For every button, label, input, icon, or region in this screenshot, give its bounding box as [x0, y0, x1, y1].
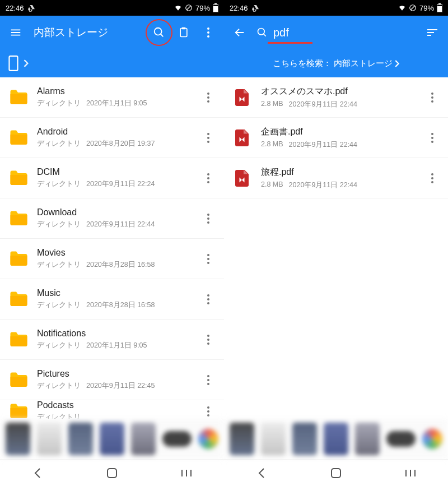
battery-icon: [213, 3, 218, 12]
hamburger-icon: [10, 26, 22, 39]
pdf-icon: [232, 168, 252, 188]
item-overflow-button[interactable]: [424, 133, 440, 143]
folder-icon: [8, 249, 28, 269]
list-item[interactable]: Picturesディレクトリ2020年9月11日 22:45: [0, 360, 224, 400]
item-overflow-button[interactable]: [424, 92, 440, 103]
folder-icon: [8, 330, 28, 350]
folder-icon: [8, 370, 28, 390]
no-disturb-icon: [185, 4, 193, 12]
no-disturb-icon: [409, 4, 417, 12]
svg-rect-4: [213, 6, 218, 12]
status-time: 22:46: [230, 4, 248, 12]
item-name: Notifications: [37, 328, 192, 339]
nav-home-icon: [330, 468, 342, 479]
more-vert-icon: [207, 133, 209, 143]
recent-apps-carousel[interactable]: [0, 419, 224, 459]
list-item[interactable]: Musicディレクトリ2020年8月28日 16:58: [0, 279, 224, 320]
right-pane: 22:46 79% こちらを検索： 内部ストレージ オススメのスマホ.pdf2.…: [224, 0, 448, 486]
more-vert-icon: [207, 254, 209, 264]
nav-back-button[interactable]: [239, 462, 284, 484]
list-item[interactable]: DCIMディレクトリ2020年9月11日 22:24: [0, 158, 224, 198]
item-meta: 2.8 MB2020年9月11日 22:44: [261, 140, 416, 150]
item-meta: 2.8 MB2020年9月11日 22:44: [261, 180, 416, 190]
drive-icon: [27, 4, 35, 12]
item-name: Podcasts: [37, 400, 192, 410]
nav-recents-button[interactable]: [164, 462, 209, 484]
folder-icon: [8, 289, 28, 309]
app-bar: 内部ストレージ: [0, 16, 224, 49]
chevron-right-icon: [395, 60, 400, 67]
item-overflow-button[interactable]: [200, 133, 216, 143]
back-button[interactable]: [228, 21, 251, 44]
list-item[interactable]: 企画書.pdf2.8 MB2020年9月11日 22:44: [224, 118, 448, 158]
search-hint-prefix: こちらを検索：: [273, 58, 332, 69]
item-overflow-button[interactable]: [424, 173, 440, 183]
list-item[interactable]: Alarmsディレクトリ2020年1月1日 9:05: [0, 77, 224, 118]
item-name: 旅程.pdf: [261, 166, 416, 178]
item-name: Movies: [37, 248, 192, 258]
list-item[interactable]: 旅程.pdf2.8 MB2020年9月11日 22:44: [224, 158, 448, 198]
list-item[interactable]: Notificationsディレクトリ2020年1月1日 9:05: [0, 320, 224, 360]
svg-line-1: [186, 6, 190, 10]
item-name: Pictures: [37, 369, 192, 379]
list-item[interactable]: オススメのスマホ.pdf2.8 MB2020年9月11日 22:44: [224, 77, 448, 118]
list-item[interactable]: Moviesディレクトリ2020年8月28日 16:58: [0, 239, 224, 279]
folder-icon: [8, 128, 28, 148]
item-overflow-button[interactable]: [200, 406, 216, 416]
list-item[interactable]: Downloadディレクトリ2020年9月11日 22:44: [0, 198, 224, 239]
recent-apps-carousel[interactable]: [224, 419, 448, 459]
item-meta: ディレクトリ2020年8月28日 16:58: [37, 300, 192, 310]
file-list: Alarmsディレクトリ2020年1月1日 9:05Androidディレクトリ2…: [0, 77, 224, 419]
system-nav-bar: [224, 459, 448, 486]
item-overflow-button[interactable]: [200, 173, 216, 183]
item-overflow-button[interactable]: [200, 214, 216, 224]
menu-button[interactable]: [4, 21, 27, 44]
wifi-icon: [398, 4, 406, 12]
drive-icon: [251, 4, 259, 12]
nav-home-button[interactable]: [314, 462, 358, 484]
wifi-icon: [174, 4, 182, 12]
nav-recents-button[interactable]: [388, 462, 433, 484]
list-item[interactable]: Podcastsディレクトリ: [0, 400, 224, 419]
item-meta: ディレクトリ2020年8月20日 19:37: [37, 139, 192, 149]
nav-home-button[interactable]: [90, 462, 134, 484]
item-overflow-button[interactable]: [200, 254, 216, 264]
nav-home-icon: [106, 468, 118, 479]
more-vert-icon: [207, 214, 209, 224]
search-input[interactable]: [273, 26, 329, 39]
overflow-button[interactable]: [197, 21, 220, 44]
search-app-bar: [224, 16, 448, 49]
search-hint-location: 内部ストレージ: [334, 58, 393, 69]
search-icon: [256, 27, 268, 38]
item-overflow-button[interactable]: [200, 375, 216, 385]
item-name: Alarms: [37, 86, 192, 96]
list-item[interactable]: Androidディレクトリ2020年8月20日 19:37: [0, 118, 224, 158]
svg-line-6: [161, 34, 164, 37]
svg-rect-17: [438, 3, 441, 4]
sort-button[interactable]: [421, 21, 444, 44]
svg-line-15: [410, 6, 414, 10]
breadcrumb[interactable]: [0, 49, 224, 77]
svg-point-19: [258, 29, 265, 35]
left-pane: 22:46 79% 内部ストレージ Alarmsディレクトリ2020年1月1日 …: [0, 0, 224, 486]
more-vert-icon: [431, 173, 433, 183]
search-hint-bar[interactable]: こちらを検索： 内部ストレージ: [224, 49, 448, 77]
clipboard-button[interactable]: [172, 21, 195, 44]
item-meta: ディレクトリ2020年1月1日 9:05: [37, 99, 192, 108]
pdf-icon: [232, 87, 252, 108]
more-vert-icon: [207, 294, 209, 304]
item-overflow-button[interactable]: [200, 335, 216, 345]
nav-back-icon: [32, 468, 43, 478]
item-name: 企画書.pdf: [261, 126, 416, 138]
item-meta: 2.8 MB2020年9月11日 22:44: [261, 100, 416, 109]
folder-icon: [8, 87, 28, 108]
svg-rect-18: [437, 6, 442, 12]
page-title: 内部ストレージ: [34, 25, 108, 40]
nav-recents-icon: [180, 469, 193, 478]
item-overflow-button[interactable]: [200, 92, 216, 103]
nav-back-button[interactable]: [15, 462, 60, 484]
item-meta: ディレクトリ2020年9月11日 22:45: [37, 381, 192, 391]
item-overflow-button[interactable]: [200, 294, 216, 304]
item-meta: ディレクトリ2020年9月11日 22:44: [37, 220, 192, 229]
search-button[interactable]: [148, 21, 170, 44]
